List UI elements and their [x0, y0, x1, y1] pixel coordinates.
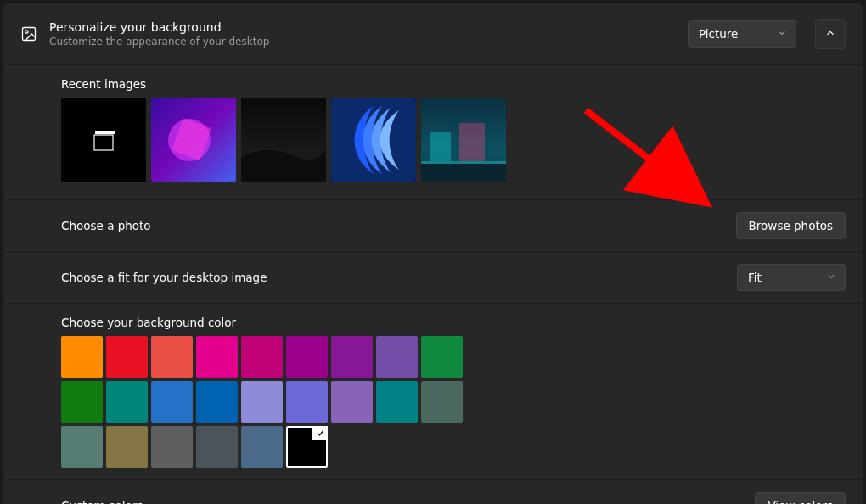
color-swatch[interactable] [376, 336, 418, 378]
bg-color-section: Choose your background color [3, 304, 863, 480]
chevron-up-icon [824, 27, 836, 42]
custom-colors-label: Custom colors [61, 499, 143, 504]
color-swatch[interactable] [241, 426, 283, 468]
fit-label: Choose a fit for your desktop image [61, 271, 267, 284]
header-title: Personalize your background [49, 20, 676, 34]
recent-image-thumb[interactable] [61, 98, 146, 182]
recent-image-thumb[interactable] [421, 98, 506, 182]
color-swatch[interactable] [61, 426, 103, 468]
svg-rect-11 [430, 132, 451, 161]
color-swatch[interactable] [286, 426, 328, 468]
color-swatch[interactable] [61, 336, 103, 378]
color-swatch[interactable] [151, 336, 193, 378]
color-swatch[interactable] [106, 336, 148, 378]
recent-image-thumb[interactable] [151, 98, 236, 182]
color-swatch[interactable] [151, 381, 193, 423]
svg-rect-14 [421, 161, 506, 164]
color-swatch[interactable] [196, 381, 238, 423]
collapse-button[interactable] [815, 19, 846, 49]
browse-photos-button[interactable]: Browse photos [736, 212, 846, 239]
color-swatch[interactable] [421, 336, 463, 378]
color-swatch[interactable] [196, 426, 238, 468]
color-swatch[interactable] [331, 336, 373, 378]
color-swatch[interactable] [241, 336, 283, 378]
recent-image-thumb[interactable] [331, 98, 416, 182]
view-colors-button[interactable]: View colors [755, 492, 846, 504]
fit-section: Choose a fit for your desktop image Fit [3, 252, 863, 304]
recent-images-section: Recent images [3, 65, 863, 200]
fit-dropdown[interactable]: Fit [737, 264, 846, 291]
svg-rect-0 [23, 28, 36, 41]
chevron-down-icon [777, 27, 787, 41]
choose-photo-section: Choose a photo Browse photos [3, 200, 863, 252]
personalize-header: Personalize your background Customize th… [3, 3, 863, 65]
color-swatch[interactable] [376, 381, 418, 423]
color-swatch[interactable] [241, 381, 283, 423]
check-icon [312, 426, 328, 440]
recent-images-label: Recent images [61, 77, 846, 91]
color-swatch[interactable] [106, 426, 148, 468]
color-swatch[interactable] [421, 381, 463, 423]
svg-rect-12 [459, 123, 485, 161]
svg-point-1 [25, 31, 28, 33]
svg-rect-2 [61, 98, 146, 182]
svg-rect-4 [95, 131, 115, 134]
color-swatch[interactable] [286, 381, 328, 423]
picture-icon [20, 25, 37, 42]
color-swatch[interactable] [286, 336, 328, 378]
color-swatch[interactable] [331, 381, 373, 423]
color-swatch[interactable] [196, 336, 238, 378]
svg-rect-13 [421, 161, 506, 182]
bg-color-label: Choose your background color [61, 316, 846, 329]
dropdown-value: Fit [748, 271, 762, 284]
color-swatch[interactable] [61, 381, 103, 423]
dropdown-value: Picture [699, 27, 738, 41]
color-swatch[interactable] [106, 381, 148, 423]
color-swatch[interactable] [151, 426, 193, 468]
choose-photo-label: Choose a photo [61, 219, 151, 232]
recent-image-thumb[interactable] [241, 98, 326, 182]
header-subtitle: Customize the appearance of your desktop [49, 36, 676, 48]
background-type-dropdown[interactable]: Picture [688, 20, 796, 48]
chevron-down-icon [826, 271, 836, 284]
custom-colors-section: Custom colors View colors [3, 480, 863, 504]
